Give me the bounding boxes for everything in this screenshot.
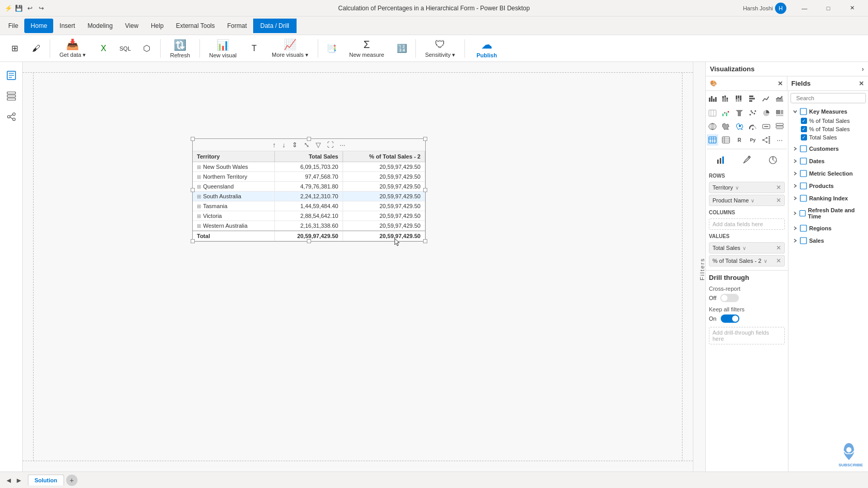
viz-multi-row-card[interactable]: [774, 121, 785, 132]
territory-field-tag[interactable]: Territory ∨ ✕: [709, 182, 785, 193]
toolbar-excel-btn[interactable]: X: [93, 37, 114, 60]
redo-icon[interactable]: ↪: [37, 4, 45, 12]
checkbox-total-sales[interactable]: ✓: [801, 134, 807, 140]
metric-header[interactable]: Metric Selection: [791, 168, 866, 179]
ranking-header[interactable]: Ranking Index: [791, 193, 866, 203]
viz-analytics-icon[interactable]: [767, 154, 779, 166]
undo-icon[interactable]: ↩: [26, 4, 34, 12]
cross-report-toggle[interactable]: [720, 294, 739, 302]
maximize-button[interactable]: □: [816, 0, 840, 17]
more-options-icon[interactable]: ···: [339, 140, 347, 150]
viz-decomp-tree[interactable]: [761, 134, 772, 146]
drill-down-icon[interactable]: ↓: [281, 140, 287, 150]
viz-format-icon[interactable]: [741, 154, 752, 166]
territory-remove-btn[interactable]: ✕: [776, 184, 781, 191]
tab-nav-left[interactable]: ◄: [4, 475, 13, 485]
products-header[interactable]: Products: [791, 181, 866, 191]
table-row[interactable]: ⊞Western Australia 2,16,31,338.60 20,59,…: [193, 221, 425, 231]
resize-tm[interactable]: [307, 137, 311, 141]
table-row[interactable]: ⊞New South Wales 6,09,15,703.20 20,59,97…: [193, 162, 425, 172]
table-row-selected[interactable]: ⊞South Australia 2,24,12,310.70 20,59,97…: [193, 192, 425, 201]
viz-funnel[interactable]: [734, 107, 745, 119]
sensitivity-button[interactable]: 🛡 Sensitivity ▾: [419, 37, 462, 60]
menu-modeling[interactable]: Modeling: [81, 19, 119, 33]
expand-icon[interactable]: ⊞: [197, 194, 201, 199]
toolbar-calc-btn[interactable]: 🔢: [392, 37, 412, 60]
window-icons[interactable]: 💾 ↩ ↪: [14, 4, 45, 12]
customers-header[interactable]: Customers: [791, 144, 866, 154]
viz-bar-chart[interactable]: [707, 93, 718, 104]
toolbar-measure-icon-btn[interactable]: 📑: [321, 37, 342, 60]
table-row[interactable]: ⊞Queensland 4,79,76,381.80 20,59,97,429.…: [193, 182, 425, 192]
fields-search-box[interactable]: [791, 93, 866, 103]
go-next-level-icon[interactable]: ⤡: [303, 140, 311, 150]
pct-remove-btn[interactable]: ✕: [776, 257, 781, 264]
viz-matrix[interactable]: [720, 134, 732, 146]
publish-button[interactable]: ☁ Publish: [468, 37, 505, 60]
user-avatar[interactable]: H: [775, 3, 786, 14]
checkbox-pct1[interactable]: ✓: [801, 118, 807, 124]
get-data-button[interactable]: 📥 Get data ▾: [53, 37, 92, 60]
expand-icon[interactable]: ⊞: [197, 203, 201, 209]
table-row[interactable]: ⊞Victoria 2,88,54,642.10 20,59,97,429.50: [193, 211, 425, 221]
viz-r-visual[interactable]: R: [734, 134, 745, 146]
refresh-header[interactable]: Refresh Date and Time: [791, 206, 866, 221]
viz-pie-chart[interactable]: [761, 107, 772, 119]
viz-more[interactable]: ···: [774, 134, 785, 146]
add-page-button[interactable]: +: [66, 475, 78, 486]
dates-header[interactable]: Dates: [791, 156, 866, 166]
tab-nav-right[interactable]: ►: [14, 475, 24, 485]
menu-format[interactable]: Format: [221, 19, 253, 33]
refresh-button[interactable]: 🔃 Refresh: [164, 37, 196, 60]
columns-placeholder[interactable]: Add data fields here: [709, 218, 785, 230]
fields-search-input[interactable]: [796, 95, 867, 101]
menu-data-drill[interactable]: Data / Drill: [253, 19, 297, 33]
viz-table[interactable]: [707, 134, 718, 146]
viz-100-stacked-bar[interactable]: [734, 93, 745, 104]
field-total-sales[interactable]: ✓ Total Sales: [791, 133, 866, 141]
total-sales-expand-arrow[interactable]: ∨: [742, 245, 746, 251]
viz-gauge[interactable]: [747, 121, 758, 132]
toolbar-text-btn[interactable]: T: [244, 37, 265, 60]
expand-icon[interactable]: ⊞: [197, 213, 201, 219]
viz-area-chart[interactable]: [774, 93, 785, 104]
toolbar-sql-btn[interactable]: SQL: [115, 37, 135, 60]
viz-line-chart[interactable]: [761, 93, 772, 104]
sales-header[interactable]: Sales: [791, 235, 866, 246]
window-controls[interactable]: Harsh Joshi H — □ ✕: [743, 0, 864, 17]
viz-azure-map[interactable]: [734, 121, 745, 132]
keep-filters-toggle[interactable]: [721, 314, 739, 323]
table-visual[interactable]: ↑ ↓ ⇕ ⤡ ▽ ⛶ ··· Territory Total Sales % …: [192, 138, 426, 242]
new-measure-button[interactable]: Σ New measure: [343, 37, 391, 60]
menu-file[interactable]: File: [2, 19, 24, 33]
viz-map[interactable]: [707, 121, 718, 132]
product-remove-btn[interactable]: ✕: [776, 197, 781, 204]
territory-expand-arrow[interactable]: ∨: [735, 185, 739, 191]
expand-icon[interactable]: ⊞: [197, 174, 201, 180]
total-sales-field-tag[interactable]: Total Sales ∨ ✕: [709, 242, 785, 254]
viz-python-visual[interactable]: Py: [747, 134, 758, 146]
menu-home[interactable]: Home: [24, 19, 53, 33]
product-name-field-tag[interactable]: Product Name ∨ ✕: [709, 195, 785, 206]
sidebar-report-icon[interactable]: [2, 66, 21, 85]
resize-ml[interactable]: [191, 188, 195, 192]
resize-tl[interactable]: [191, 137, 195, 141]
more-visuals-button[interactable]: 📈 More visuals ▾: [266, 37, 315, 60]
pct-total-sales-field-tag[interactable]: % of Total Sales - 2 ∨ ✕: [709, 255, 785, 266]
resize-bm[interactable]: [307, 239, 311, 243]
drill-up-icon[interactable]: ↑: [272, 140, 277, 150]
viz-scatter[interactable]: [747, 107, 758, 119]
pct-expand-arrow[interactable]: ∨: [764, 258, 767, 264]
key-measures-header[interactable]: Key Measures: [791, 106, 866, 117]
viz-ribbon-chart[interactable]: [707, 107, 718, 119]
viz-treemap[interactable]: [774, 107, 785, 119]
close-button[interactable]: ✕: [840, 0, 864, 17]
checkbox-pct2[interactable]: ✓: [801, 126, 807, 132]
table-row[interactable]: ⊞Tasmania 1,44,59,484.40 20,59,97,429.50: [193, 201, 425, 211]
sidebar-data-icon[interactable]: [2, 87, 21, 105]
total-sales-remove-btn[interactable]: ✕: [776, 244, 781, 251]
filter-icon[interactable]: ▽: [315, 140, 322, 150]
expand-all-icon[interactable]: ⇕: [291, 140, 299, 150]
viz-build-icon[interactable]: [715, 154, 726, 166]
filters-sidebar[interactable]: Filters: [693, 62, 705, 471]
